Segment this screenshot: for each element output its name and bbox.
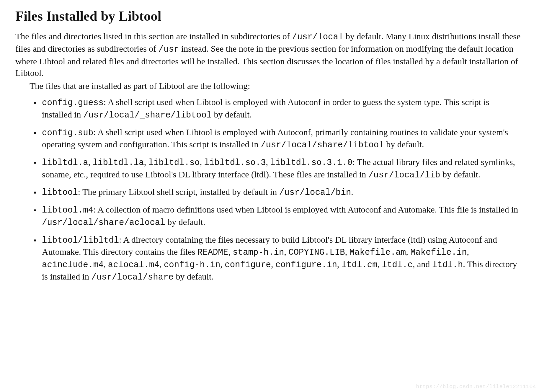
list-item: libltdl.a, libltdl.la, libltdl.so, liblt…: [40, 156, 521, 181]
text: : The primary Libtool shell script, inst…: [78, 187, 279, 197]
code-path: /usr/local/bin: [279, 188, 351, 197]
filename: config-h.in: [164, 260, 220, 270]
text: by default.: [212, 110, 252, 119]
text: ,: [88, 157, 93, 167]
text: ,: [406, 247, 410, 257]
filename: configure.in: [275, 260, 337, 270]
text: ,: [345, 247, 349, 257]
text: .: [351, 187, 353, 197]
filename: configure: [225, 260, 271, 270]
list-item: config.guess: A shell script used when L…: [40, 96, 521, 121]
filename: libltdl.la: [93, 158, 144, 168]
text: ,: [159, 259, 164, 269]
text: ,: [104, 259, 108, 269]
text: by default.: [165, 217, 205, 227]
filename: libtool: [42, 188, 78, 197]
filename: COPYING.LIB: [288, 248, 345, 257]
filename: ltdl.c: [382, 260, 413, 270]
filename: libtool/libltdl: [42, 236, 119, 245]
text: by default.: [384, 139, 424, 149]
code-path: /usr/local/_share/libtool: [83, 110, 212, 120]
text: ,: [220, 259, 225, 269]
code-path: /usr: [159, 45, 179, 54]
page-title: Files Installed by Libtool: [15, 8, 521, 24]
text: ,: [284, 247, 288, 257]
code-path: /usr/local/share/aclocal: [42, 218, 165, 228]
file-list: config.guess: A shell script used when L…: [15, 96, 521, 283]
intro-paragraph-2: The files that are installed as part of …: [15, 80, 521, 92]
filename: config.guess: [42, 98, 104, 108]
list-item: libtool: The primary Libtool shell scrip…: [40, 186, 521, 198]
text: by default.: [174, 272, 214, 281]
list-item: libtool.m4: A collection of macro defini…: [40, 204, 521, 228]
code-path: /usr/local/share/libtool: [261, 140, 384, 150]
text: ,: [271, 259, 275, 269]
code-path: /usr/local: [292, 32, 343, 42]
intro-paragraph-1: The files and directories listed in this…: [15, 30, 521, 79]
text: ,: [200, 157, 204, 167]
code-path: /usr/local/lib: [368, 170, 440, 180]
filename: README: [197, 248, 228, 257]
text: ,: [144, 157, 148, 167]
filename: ltdl.h: [432, 260, 463, 270]
text: , and: [413, 259, 432, 269]
text: ,: [337, 259, 342, 269]
text: by default.: [440, 169, 481, 179]
filename: stamp-h.in: [233, 248, 284, 257]
text: ,: [266, 157, 270, 167]
document-page: Files Installed by Libtool The files and…: [0, 0, 539, 297]
text: ,: [467, 247, 469, 257]
text: The files and directories listed in this…: [15, 31, 292, 41]
list-item: config.sub: A shell script used when Lib…: [40, 126, 521, 151]
filename: Makefile.am: [349, 248, 406, 257]
filename: libltdl.so.3.1.0: [270, 158, 352, 168]
filename: Makefile.in: [410, 248, 467, 257]
text: ,: [378, 259, 382, 269]
list-item: libtool/libltdl: A directory containing …: [40, 234, 521, 283]
code-path: /usr/local/share: [92, 272, 174, 282]
filename: acinclude.m4: [42, 260, 104, 270]
filename: ltdl.cm: [342, 260, 378, 270]
filename: aclocal.m4: [108, 260, 159, 270]
text: ,: [228, 247, 233, 257]
filename: libltdl.so: [148, 158, 200, 168]
filename: libtool.m4: [42, 205, 93, 215]
filename: libltdl.a: [42, 158, 88, 168]
text: : A collection of macro definitions used…: [93, 205, 518, 214]
filename: config.sub: [42, 128, 93, 138]
filename: libltdl.so.3: [204, 158, 266, 168]
